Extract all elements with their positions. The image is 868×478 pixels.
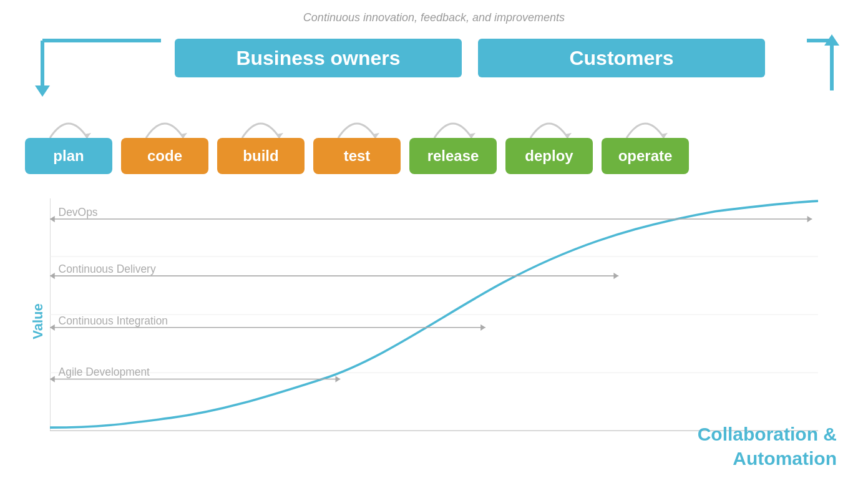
arc-plan: [44, 115, 94, 139]
stage-box-build: build: [217, 138, 305, 174]
svg-marker-3: [35, 85, 50, 97]
svg-marker-22: [50, 216, 55, 222]
stage-box-test: test: [313, 138, 401, 174]
svg-marker-29: [480, 324, 485, 331]
svg-marker-26: [50, 273, 55, 279]
stage-box-code: code: [121, 138, 208, 174]
svg-text:Continuous Delivery: Continuous Delivery: [59, 262, 156, 275]
arc-release: [428, 115, 478, 139]
arc-operate: [620, 115, 670, 139]
arc-code: [140, 115, 190, 139]
stage-box-plan: plan: [25, 138, 112, 174]
chart-svg: DevOps Continuous Delivery Continuous In…: [50, 198, 818, 444]
svg-text:Continuous Integration: Continuous Integration: [59, 314, 168, 327]
stage-deploy: deploy: [505, 115, 593, 174]
left-feedback-arrow: [24, 34, 173, 97]
svg-marker-21: [807, 216, 812, 222]
arc-test: [332, 115, 382, 139]
svg-text:DevOps: DevOps: [59, 205, 98, 218]
y-axis-label: Value: [30, 303, 46, 339]
svg-marker-25: [613, 273, 618, 279]
arc-deploy: [524, 115, 574, 139]
arc-build: [236, 115, 286, 139]
stage-code: code: [121, 115, 208, 174]
svg-text:Agile Development: Agile Development: [59, 366, 150, 379]
subtitle: Continuous innovation, feedback, and imp…: [0, 11, 868, 24]
business-owners-box: Business owners: [175, 39, 462, 77]
svg-marker-34: [50, 376, 55, 382]
stage-box-release: release: [409, 138, 497, 174]
stage-build: build: [217, 115, 305, 174]
chart-area: Value DevOps Continuous Delivery: [25, 198, 843, 444]
collab-automation-label: Collaboration & Automation: [698, 422, 837, 471]
stage-plan: plan: [25, 115, 112, 174]
stage-release: release: [409, 115, 497, 174]
svg-marker-33: [336, 376, 341, 382]
stage-test: test: [313, 115, 401, 174]
main-container: Continuous innovation, feedback, and imp…: [0, 0, 868, 478]
stage-operate: operate: [602, 115, 689, 174]
svg-marker-30: [50, 324, 55, 331]
right-feedback-arrow: [801, 34, 851, 97]
stage-box-deploy: deploy: [505, 138, 593, 174]
customers-box: Customers: [478, 39, 765, 77]
stages-row: plan code build test: [25, 115, 694, 174]
stage-box-operate: operate: [602, 138, 689, 174]
